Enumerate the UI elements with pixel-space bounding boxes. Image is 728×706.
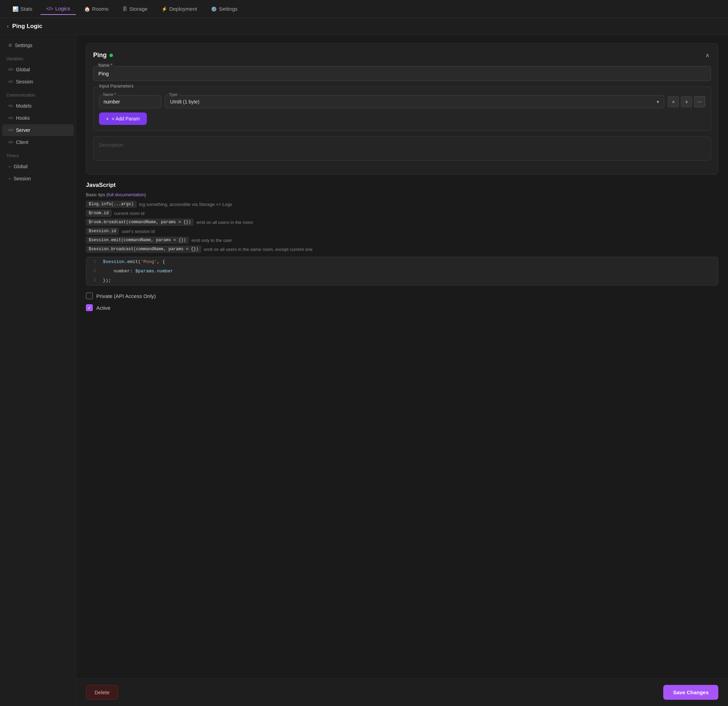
tip-code-4: $session.emit(commandName, params = {}) bbox=[86, 237, 189, 243]
tip-code-2: $room.broadcast(commandName, params = {}… bbox=[86, 219, 194, 226]
line-num-1: 1 bbox=[86, 258, 100, 265]
tip-row-1: $room.id current room id bbox=[86, 210, 718, 217]
tip-row-2: $room.broadcast(commandName, params = {}… bbox=[86, 219, 718, 226]
input-params-card: Input Parameters Name * bbox=[93, 86, 711, 131]
sidebar-item-models[interactable]: <> Models bbox=[2, 100, 74, 112]
private-label: Private (API Access Only) bbox=[96, 293, 156, 299]
tip-desc-1: current room id bbox=[114, 211, 144, 216]
tip-desc-2: emit on all users in the room bbox=[196, 220, 253, 225]
name-field-wrapper: Name * bbox=[93, 66, 711, 81]
private-checkbox-row: Private (API Access Only) bbox=[86, 292, 718, 299]
code-line-3: 3 }); bbox=[86, 276, 718, 285]
ping-section: Ping ∧ Name * bbox=[86, 43, 718, 175]
hooks-icon: <> bbox=[8, 115, 13, 120]
line-num-2: 2 bbox=[86, 267, 100, 275]
line-num-3: 3 bbox=[86, 277, 100, 284]
description-placeholder: Description bbox=[99, 142, 123, 148]
sidebar-item-hooks[interactable]: <> Hooks bbox=[2, 112, 74, 124]
storage-icon: 🗄 bbox=[122, 6, 127, 12]
tip-desc-5: emit on all users in the same room, exce… bbox=[204, 247, 313, 252]
sidebar-item-session[interactable]: <> Session bbox=[2, 76, 74, 88]
param-name-field: Name * bbox=[99, 95, 162, 108]
nav-logics[interactable]: </> Logics bbox=[40, 3, 76, 15]
private-checkbox[interactable] bbox=[86, 292, 93, 299]
name-required-marker: * bbox=[110, 63, 112, 68]
params-row: Name * Type UInt8 (1 byte) ▾ bbox=[99, 95, 705, 108]
sidebar-section-variables: Variables bbox=[0, 52, 76, 63]
client-icon: <> bbox=[8, 140, 13, 145]
stats-icon: 📊 bbox=[13, 6, 18, 12]
active-checkbox-row: ✓ Active bbox=[86, 304, 718, 311]
nav-settings[interactable]: ⚙️ Settings bbox=[205, 3, 243, 14]
section-header: Ping ∧ bbox=[93, 50, 711, 60]
delete-button[interactable]: Delete bbox=[86, 685, 118, 700]
code-line-2: 2 number: $params.number bbox=[86, 267, 718, 276]
param-type-label: Type bbox=[168, 92, 178, 97]
timers-global-icon: ○ bbox=[8, 164, 11, 169]
sidebar-item-global[interactable]: <> Global bbox=[2, 64, 74, 75]
param-move-up-button[interactable]: ∧ bbox=[668, 96, 679, 107]
code-line-1: 1 $session.emit('Pong', { bbox=[86, 257, 718, 267]
timers-session-icon: ○ bbox=[8, 176, 11, 181]
deployment-icon: ⚡ bbox=[162, 6, 167, 12]
status-dot bbox=[110, 54, 113, 57]
rooms-icon: 🏠 bbox=[84, 6, 90, 12]
nav-rooms[interactable]: 🏠 Rooms bbox=[79, 3, 114, 14]
main-content: Ping ∧ Name * bbox=[76, 35, 728, 706]
sidebar-section-communication: Communication bbox=[0, 88, 76, 100]
server-icon: <> bbox=[8, 128, 13, 133]
sidebar-item-client[interactable]: <> Client bbox=[2, 136, 74, 148]
param-remove-button[interactable]: — bbox=[694, 96, 705, 107]
param-name-input[interactable] bbox=[104, 99, 157, 105]
description-field[interactable]: Description bbox=[93, 136, 711, 161]
param-controls: ∧ ∨ — bbox=[668, 96, 705, 107]
checkmark-icon: ✓ bbox=[88, 305, 91, 310]
code-editor[interactable]: 1 $session.emit('Pong', { 2 number: $par… bbox=[86, 257, 718, 285]
plus-icon: + bbox=[106, 116, 109, 121]
param-move-down-button[interactable]: ∨ bbox=[681, 96, 692, 107]
tip-row-5: $session.broadcast(commandName, params =… bbox=[86, 246, 718, 253]
sidebar-item-timers-global[interactable]: ○ Global bbox=[2, 161, 74, 172]
add-param-button[interactable]: + + Add Param bbox=[99, 112, 147, 125]
collapse-button[interactable]: ∧ bbox=[704, 50, 711, 60]
nav-stats[interactable]: 📊 Stats bbox=[7, 3, 38, 14]
logics-icon: </> bbox=[46, 6, 53, 12]
tip-row-0: $log.info(...args) log something, access… bbox=[86, 201, 718, 207]
sidebar-section-timers: Timers bbox=[0, 148, 76, 160]
tip-desc-0: log something, accessible via Storage =>… bbox=[139, 202, 233, 207]
page-title: Ping Logic bbox=[12, 23, 42, 30]
back-button[interactable]: ‹ bbox=[7, 23, 9, 29]
tip-code-5: $session.broadcast(commandName, params =… bbox=[86, 246, 201, 253]
tip-row-3: $session.id user's session id bbox=[86, 228, 718, 235]
name-field-container: Name * bbox=[93, 66, 711, 81]
active-checkbox[interactable]: ✓ bbox=[86, 304, 93, 311]
chevron-down-icon: ▾ bbox=[657, 99, 659, 105]
tip-code-1: $room.id bbox=[86, 210, 111, 217]
name-input[interactable] bbox=[98, 71, 706, 76]
line-content-3: }); bbox=[100, 277, 718, 284]
save-changes-button[interactable]: Save Changes bbox=[663, 685, 718, 700]
bottom-bar: Delete Save Changes bbox=[76, 678, 728, 706]
sidebar-item-server[interactable]: <> Server bbox=[2, 124, 74, 136]
sidebar-item-timers-session[interactable]: ○ Session bbox=[2, 173, 74, 184]
session-icon: <> bbox=[8, 79, 13, 84]
full-doc-link[interactable]: full documentation bbox=[108, 192, 145, 197]
js-title: JavaScript bbox=[86, 182, 718, 189]
settings-icon: ⚙ bbox=[8, 43, 12, 48]
tip-desc-4: emit only to the user bbox=[192, 238, 232, 243]
breadcrumb: ‹ Ping Logic bbox=[0, 18, 728, 35]
nav-deployment[interactable]: ⚡ Deployment bbox=[156, 3, 202, 14]
tip-row-4: $session.emit(commandName, params = {}) … bbox=[86, 237, 718, 243]
tip-code-0: $log.info(...args) bbox=[86, 201, 136, 207]
param-type-field[interactable]: Type UInt8 (1 byte) ▾ bbox=[165, 95, 664, 108]
param-type-value: UInt8 (1 byte) bbox=[170, 99, 199, 105]
top-nav: 📊 Stats </> Logics 🏠 Rooms 🗄 Storage ⚡ D… bbox=[0, 0, 728, 18]
line-content-1: $session.emit('Pong', { bbox=[100, 258, 718, 266]
param-name-label: Name * bbox=[102, 92, 117, 97]
nav-storage[interactable]: 🗄 Storage bbox=[117, 3, 153, 14]
tip-desc-3: user's session id bbox=[121, 229, 155, 234]
name-field-label: Name * bbox=[97, 63, 114, 68]
basic-tips: Basic tips (full documentation) bbox=[86, 192, 718, 197]
section-title: Ping bbox=[93, 52, 113, 59]
sidebar-item-settings[interactable]: ⚙ Settings bbox=[2, 39, 74, 51]
